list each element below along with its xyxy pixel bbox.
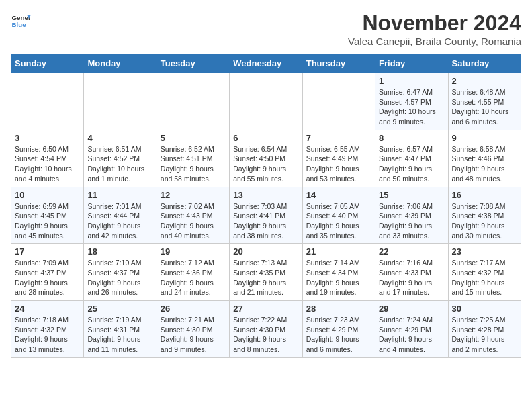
- day-number: 12: [161, 190, 226, 200]
- day-number: 11: [87, 190, 152, 200]
- day-cell: [157, 73, 229, 130]
- header-cell-tuesday: Tuesday: [157, 54, 229, 73]
- day-cell: 28Sunrise: 7:23 AM Sunset: 4:29 PM Dayli…: [302, 301, 375, 358]
- day-info: Sunrise: 7:22 AM Sunset: 4:30 PM Dayligh…: [233, 315, 298, 355]
- calendar-table: SundayMondayTuesdayWednesdayThursdayFrid…: [11, 54, 521, 358]
- day-cell: 19Sunrise: 7:12 AM Sunset: 4:36 PM Dayli…: [157, 244, 229, 301]
- day-cell: 8Sunrise: 6:57 AM Sunset: 4:47 PM Daylig…: [375, 130, 448, 187]
- day-cell: [84, 73, 157, 130]
- header-cell-thursday: Thursday: [302, 54, 375, 73]
- day-cell: 20Sunrise: 7:13 AM Sunset: 4:35 PM Dayli…: [230, 244, 302, 301]
- day-number: 28: [306, 304, 371, 314]
- day-cell: 22Sunrise: 7:16 AM Sunset: 4:33 PM Dayli…: [375, 244, 448, 301]
- day-info: Sunrise: 7:03 AM Sunset: 4:41 PM Dayligh…: [233, 201, 298, 241]
- day-number: 26: [161, 304, 226, 314]
- day-cell: 21Sunrise: 7:14 AM Sunset: 4:34 PM Dayli…: [302, 244, 375, 301]
- day-number: 15: [379, 190, 444, 200]
- week-row-3: 10Sunrise: 6:59 AM Sunset: 4:45 PM Dayli…: [11, 187, 521, 244]
- day-cell: 12Sunrise: 7:02 AM Sunset: 4:43 PM Dayli…: [157, 187, 229, 244]
- header-cell-saturday: Saturday: [448, 54, 521, 73]
- day-info: Sunrise: 7:25 AM Sunset: 4:28 PM Dayligh…: [452, 315, 517, 355]
- day-number: 22: [379, 246, 444, 257]
- title-area: November 2024 Valea Canepii, Braila Coun…: [348, 11, 521, 47]
- header-cell-friday: Friday: [375, 54, 448, 73]
- day-number: 18: [87, 246, 152, 257]
- day-cell: 23Sunrise: 7:17 AM Sunset: 4:32 PM Dayli…: [448, 244, 521, 301]
- day-info: Sunrise: 6:50 AM Sunset: 4:54 PM Dayligh…: [15, 144, 80, 184]
- day-number: 13: [233, 190, 298, 200]
- header-cell-wednesday: Wednesday: [230, 54, 302, 73]
- day-cell: 26Sunrise: 7:21 AM Sunset: 4:30 PM Dayli…: [157, 301, 229, 358]
- day-cell: 10Sunrise: 6:59 AM Sunset: 4:45 PM Dayli…: [11, 187, 84, 244]
- day-number: 20: [233, 246, 298, 257]
- day-cell: 2Sunrise: 6:48 AM Sunset: 4:55 PM Daylig…: [448, 73, 521, 130]
- day-info: Sunrise: 6:48 AM Sunset: 4:55 PM Dayligh…: [452, 87, 517, 127]
- header-cell-sunday: Sunday: [11, 54, 84, 73]
- day-number: 3: [15, 133, 80, 143]
- day-info: Sunrise: 7:19 AM Sunset: 4:31 PM Dayligh…: [87, 315, 152, 355]
- day-cell: 6Sunrise: 6:54 AM Sunset: 4:50 PM Daylig…: [230, 130, 302, 187]
- day-cell: 30Sunrise: 7:25 AM Sunset: 4:28 PM Dayli…: [448, 301, 521, 358]
- day-number: 30: [452, 304, 517, 314]
- day-cell: 27Sunrise: 7:22 AM Sunset: 4:30 PM Dayli…: [230, 301, 302, 358]
- day-number: 24: [15, 304, 80, 314]
- day-number: 7: [306, 133, 371, 143]
- day-info: Sunrise: 6:58 AM Sunset: 4:46 PM Dayligh…: [452, 144, 517, 184]
- day-cell: 15Sunrise: 7:06 AM Sunset: 4:39 PM Dayli…: [375, 187, 448, 244]
- day-number: 21: [306, 246, 371, 257]
- header-cell-monday: Monday: [84, 54, 157, 73]
- day-info: Sunrise: 6:51 AM Sunset: 4:52 PM Dayligh…: [87, 144, 152, 184]
- day-cell: 25Sunrise: 7:19 AM Sunset: 4:31 PM Dayli…: [84, 301, 157, 358]
- day-info: Sunrise: 7:01 AM Sunset: 4:44 PM Dayligh…: [87, 201, 152, 241]
- day-info: Sunrise: 7:21 AM Sunset: 4:30 PM Dayligh…: [161, 315, 226, 355]
- day-info: Sunrise: 7:16 AM Sunset: 4:33 PM Dayligh…: [379, 258, 444, 298]
- day-cell: 17Sunrise: 7:09 AM Sunset: 4:37 PM Dayli…: [11, 244, 84, 301]
- day-info: Sunrise: 7:05 AM Sunset: 4:40 PM Dayligh…: [306, 201, 371, 241]
- day-info: Sunrise: 6:54 AM Sunset: 4:50 PM Dayligh…: [233, 144, 298, 184]
- day-cell: 4Sunrise: 6:51 AM Sunset: 4:52 PM Daylig…: [84, 130, 157, 187]
- day-info: Sunrise: 6:47 AM Sunset: 4:57 PM Dayligh…: [379, 87, 444, 127]
- day-number: 19: [161, 246, 226, 257]
- header-row: SundayMondayTuesdayWednesdayThursdayFrid…: [11, 54, 521, 73]
- day-info: Sunrise: 6:55 AM Sunset: 4:49 PM Dayligh…: [306, 144, 371, 184]
- day-cell: [11, 73, 84, 130]
- day-number: 29: [379, 304, 444, 314]
- day-number: 4: [87, 133, 152, 143]
- week-row-1: 1Sunrise: 6:47 AM Sunset: 4:57 PM Daylig…: [11, 73, 521, 130]
- main-title: November 2024: [348, 11, 521, 36]
- day-cell: 24Sunrise: 7:18 AM Sunset: 4:32 PM Dayli…: [11, 301, 84, 358]
- day-number: 8: [379, 133, 444, 143]
- week-row-5: 24Sunrise: 7:18 AM Sunset: 4:32 PM Dayli…: [11, 301, 521, 358]
- day-info: Sunrise: 7:10 AM Sunset: 4:37 PM Dayligh…: [87, 258, 152, 298]
- day-number: 14: [306, 190, 371, 200]
- day-info: Sunrise: 7:14 AM Sunset: 4:34 PM Dayligh…: [306, 258, 371, 298]
- day-cell: 7Sunrise: 6:55 AM Sunset: 4:49 PM Daylig…: [302, 130, 375, 187]
- day-number: 1: [379, 76, 444, 86]
- day-cell: 18Sunrise: 7:10 AM Sunset: 4:37 PM Dayli…: [84, 244, 157, 301]
- day-number: 23: [452, 246, 517, 257]
- subtitle: Valea Canepii, Braila County, Romania: [348, 36, 521, 47]
- day-number: 10: [15, 190, 80, 200]
- day-cell: 9Sunrise: 6:58 AM Sunset: 4:46 PM Daylig…: [448, 130, 521, 187]
- day-info: Sunrise: 7:23 AM Sunset: 4:29 PM Dayligh…: [306, 315, 371, 355]
- header: General Blue November 2024 Valea Canepii…: [11, 11, 521, 47]
- day-cell: [230, 73, 302, 130]
- day-info: Sunrise: 7:17 AM Sunset: 4:32 PM Dayligh…: [452, 258, 517, 298]
- day-cell: 14Sunrise: 7:05 AM Sunset: 4:40 PM Dayli…: [302, 187, 375, 244]
- day-cell: 5Sunrise: 6:52 AM Sunset: 4:51 PM Daylig…: [157, 130, 229, 187]
- day-number: 16: [452, 190, 517, 200]
- day-number: 9: [452, 133, 517, 143]
- day-cell: 11Sunrise: 7:01 AM Sunset: 4:44 PM Dayli…: [84, 187, 157, 244]
- day-number: 27: [233, 304, 298, 314]
- day-info: Sunrise: 6:52 AM Sunset: 4:51 PM Dayligh…: [161, 144, 226, 184]
- day-number: 25: [87, 304, 152, 314]
- logo-icon: General Blue: [11, 11, 31, 31]
- day-number: 6: [233, 133, 298, 143]
- day-cell: 13Sunrise: 7:03 AM Sunset: 4:41 PM Dayli…: [230, 187, 302, 244]
- day-info: Sunrise: 7:13 AM Sunset: 4:35 PM Dayligh…: [233, 258, 298, 298]
- week-row-4: 17Sunrise: 7:09 AM Sunset: 4:37 PM Dayli…: [11, 244, 521, 301]
- day-info: Sunrise: 6:57 AM Sunset: 4:47 PM Dayligh…: [379, 144, 444, 184]
- day-info: Sunrise: 7:06 AM Sunset: 4:39 PM Dayligh…: [379, 201, 444, 241]
- day-info: Sunrise: 7:09 AM Sunset: 4:37 PM Dayligh…: [15, 258, 80, 298]
- day-cell: 1Sunrise: 6:47 AM Sunset: 4:57 PM Daylig…: [375, 73, 448, 130]
